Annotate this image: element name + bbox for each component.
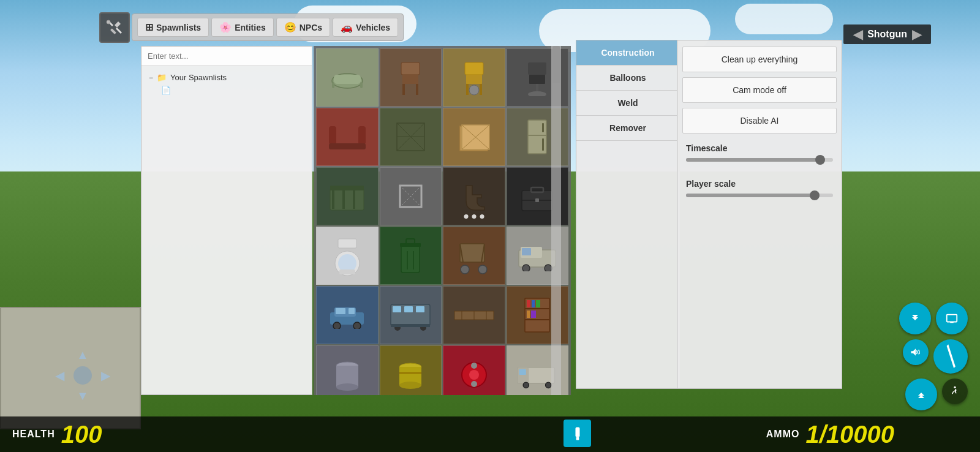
grid-item-crate-dark[interactable] <box>380 108 442 166</box>
svg-rect-3 <box>334 75 361 84</box>
grid-item-img-traincar <box>389 294 432 337</box>
svg-point-93 <box>336 383 358 391</box>
dpad-up-button[interactable]: ▲ <box>77 348 89 362</box>
grid-item-dumpster[interactable] <box>316 167 379 225</box>
grid-item-img-blue-car <box>326 294 369 337</box>
spawnlist-document-item[interactable]: 📄 <box>159 84 307 97</box>
item-dots <box>464 214 484 219</box>
dpad-right-button[interactable]: ▶ <box>101 368 110 383</box>
grid-item-bathtub[interactable] <box>316 48 379 107</box>
tab-npcs[interactable]: 😊 NPCs <box>276 18 330 37</box>
grid-item-blue-car[interactable] <box>316 286 379 344</box>
player-scale-section: Player scale <box>677 171 842 207</box>
svg-point-14 <box>469 85 479 95</box>
grid-item-sofa[interactable] <box>316 108 379 166</box>
screen-button[interactable] <box>936 303 968 334</box>
right-buttons-row-3 <box>905 379 968 410</box>
grid-item-img-chair-yellow <box>453 56 496 99</box>
player-scale-label: Player scale <box>686 179 833 189</box>
svg-rect-65 <box>522 248 531 255</box>
grid-item-boot[interactable] <box>443 167 505 225</box>
svg-rect-22 <box>329 143 366 149</box>
weapon-prev-button[interactable]: ◀ <box>853 27 862 42</box>
grid-item-frame[interactable] <box>380 167 442 225</box>
tab-spawnlists[interactable]: ⊞ Spawnlists <box>137 18 209 37</box>
svg-rect-39 <box>353 190 355 209</box>
svg-point-100 <box>471 363 477 369</box>
player-scale-track[interactable] <box>686 194 833 197</box>
spawnlists-icon: ⊞ <box>145 21 153 33</box>
grid-item-drum[interactable] <box>380 345 442 395</box>
chevron-down-button[interactable] <box>899 303 931 334</box>
svg-rect-75 <box>416 306 424 312</box>
svg-rect-1 <box>110 28 116 34</box>
search-input[interactable] <box>141 47 312 66</box>
items-scrollbar[interactable] <box>551 46 561 395</box>
svg-rect-15 <box>528 62 546 75</box>
dpad-down-button[interactable]: ▼ <box>77 389 89 403</box>
svg-rect-4 <box>332 82 334 88</box>
tab-entities[interactable]: 🌸 Entities <box>211 18 274 37</box>
run-button[interactable] <box>942 379 968 404</box>
svg-rect-8 <box>402 84 405 95</box>
grid-item-img-frame <box>389 175 432 218</box>
player-scale-thumb[interactable] <box>810 190 820 200</box>
grid-item-bin[interactable] <box>380 227 442 285</box>
svg-rect-34 <box>542 138 544 151</box>
svg-rect-87 <box>532 300 535 307</box>
svg-point-0 <box>107 20 110 24</box>
grid-item-cart[interactable] <box>443 227 505 285</box>
weapon-next-button[interactable]: ▶ <box>912 27 921 42</box>
svg-rect-74 <box>404 306 413 312</box>
grid-item-toilet[interactable] <box>316 227 379 285</box>
grid-item-plank[interactable] <box>443 286 505 344</box>
grid-item-img-alarm <box>453 353 496 396</box>
svg-rect-33 <box>542 123 544 132</box>
svg-rect-11 <box>466 75 482 84</box>
timescale-thumb[interactable] <box>815 155 825 165</box>
construction-button[interactable]: Construction <box>576 40 679 66</box>
dpad-left-button[interactable]: ◀ <box>55 368 64 383</box>
svg-point-63 <box>522 265 530 271</box>
svg-rect-38 <box>342 190 345 209</box>
grid-item-img-sofa <box>326 116 369 159</box>
timescale-track[interactable] <box>686 158 833 162</box>
chevron-up-button[interactable] <box>905 379 937 410</box>
grid-item-alarm[interactable] <box>443 345 505 395</box>
svg-rect-56 <box>460 244 484 262</box>
tools-icon[interactable] <box>99 12 130 43</box>
health-value: 100 <box>61 421 102 448</box>
weld-button[interactable]: Weld <box>576 91 679 116</box>
grid-item-traincar[interactable] <box>380 286 442 344</box>
dpad[interactable]: ▲ ▼ ◀ ▶ <box>55 348 110 403</box>
svg-rect-86 <box>527 300 530 307</box>
grid-item-img-toilet <box>326 235 369 277</box>
svg-rect-20 <box>329 126 336 145</box>
grid-item-chair-yellow[interactable] <box>443 48 505 107</box>
megaphone-button[interactable] <box>903 339 929 365</box>
grid-item-img-cylinder <box>326 353 369 396</box>
grid-item-chair-wood[interactable] <box>380 48 442 107</box>
diagonal-slash-button[interactable]: ╱ <box>926 332 974 380</box>
scrollbar-thumb[interactable] <box>552 46 560 83</box>
disable-ai-button[interactable]: Disable AI <box>682 108 837 134</box>
svg-rect-35 <box>330 189 364 210</box>
npcs-icon: 😊 <box>284 21 296 33</box>
folder-icon: 📁 <box>157 73 167 82</box>
svg-rect-5 <box>360 82 363 88</box>
grid-item-crate-light[interactable] <box>443 108 505 166</box>
grid-item-img-chair-wood <box>389 56 432 99</box>
svg-rect-21 <box>358 126 366 145</box>
vehicles-icon: 🚗 <box>341 21 353 33</box>
svg-point-105 <box>523 382 529 388</box>
spawnlists-panel: − 📁 Your Spawnlists 📄 <box>141 46 312 395</box>
cloud-3 <box>735 4 833 34</box>
cam-mode-button[interactable]: Cam mode off <box>682 77 837 103</box>
tab-vehicles[interactable]: 🚗 Vehicles <box>333 18 398 37</box>
svg-rect-107 <box>947 315 957 322</box>
clean-up-button[interactable]: Clean up everything <box>682 47 837 72</box>
grid-item-cylinder[interactable] <box>316 345 379 395</box>
remover-button[interactable]: Remover <box>576 116 679 141</box>
balloons-button[interactable]: Balloons <box>576 66 679 91</box>
your-spawnlists-item[interactable]: − 📁 Your Spawnlists <box>146 71 307 84</box>
